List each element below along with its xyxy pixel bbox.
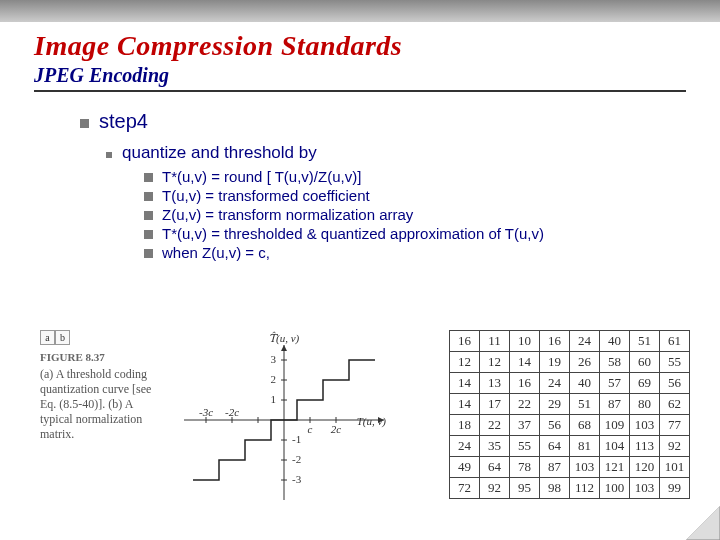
matrix-cell: 112 bbox=[570, 478, 600, 499]
bullet-text: T*(u,v) = thresholded & quantized approx… bbox=[162, 225, 544, 242]
figure-box-a: a bbox=[40, 330, 55, 345]
matrix-cell: 58 bbox=[600, 352, 630, 373]
matrix-cell: 55 bbox=[510, 436, 540, 457]
matrix-cell: 16 bbox=[540, 331, 570, 352]
matrix-cell: 72 bbox=[450, 478, 480, 499]
matrix-cell: 24 bbox=[450, 436, 480, 457]
matrix-cell: 68 bbox=[570, 415, 600, 436]
matrix-cell: 10 bbox=[510, 331, 540, 352]
bullet-text: T*(u,v) = round [ T(u,v)/Z(u,v)] bbox=[162, 168, 361, 185]
matrix-cell: 37 bbox=[510, 415, 540, 436]
figure-caption: (a) A threshold coding quantization curv… bbox=[40, 367, 164, 442]
figure-caption-block: a b FIGURE 8.37 (a) A threshold coding q… bbox=[40, 330, 164, 510]
slide-body: step4 quantize and threshold by T*(u,v) … bbox=[34, 92, 686, 262]
bullet-text: Z(u,v) = transform normalization array bbox=[162, 206, 413, 223]
xtick: -2c bbox=[225, 406, 239, 418]
bullet-level3: T*(u,v) = thresholded & quantized approx… bbox=[144, 224, 686, 243]
slide-content: Image Compression Standards JPEG Encodin… bbox=[0, 22, 720, 262]
matrix-cell: 64 bbox=[540, 436, 570, 457]
matrix-wrap: 1611101624405161121214192658605514131624… bbox=[404, 330, 690, 510]
bullet-square-icon bbox=[144, 249, 153, 258]
matrix-cell: 121 bbox=[600, 457, 630, 478]
xtick: 2c bbox=[331, 423, 342, 435]
figure-label: FIGURE 8.37 bbox=[40, 351, 164, 365]
matrix-cell: 98 bbox=[540, 478, 570, 499]
table-row: 1611101624405161 bbox=[450, 331, 690, 352]
matrix-cell: 95 bbox=[510, 478, 540, 499]
matrix-cell: 49 bbox=[450, 457, 480, 478]
matrix-cell: 16 bbox=[450, 331, 480, 352]
table-row: 49647887103121120101 bbox=[450, 457, 690, 478]
matrix-cell: 14 bbox=[450, 373, 480, 394]
bullet-square-icon bbox=[144, 230, 153, 239]
matrix-cell: 18 bbox=[450, 415, 480, 436]
matrix-cell: 103 bbox=[570, 457, 600, 478]
bullet-square-icon bbox=[144, 192, 153, 201]
matrix-cell: 14 bbox=[510, 352, 540, 373]
matrix-cell: 26 bbox=[570, 352, 600, 373]
svg-marker-3 bbox=[281, 345, 287, 351]
ytick: 2 bbox=[271, 373, 277, 385]
table-row: 182237566810910377 bbox=[450, 415, 690, 436]
xtick: -3c bbox=[199, 406, 213, 418]
matrix-cell: 35 bbox=[480, 436, 510, 457]
table-row: 7292959811210010399 bbox=[450, 478, 690, 499]
bullet-square-small-icon bbox=[106, 152, 112, 158]
matrix-cell: 109 bbox=[600, 415, 630, 436]
table-row: 1417222951878062 bbox=[450, 394, 690, 415]
matrix-cell: 19 bbox=[540, 352, 570, 373]
bullet-level3: when Z(u,v) = c, bbox=[144, 243, 686, 262]
table-row: 1212141926586055 bbox=[450, 352, 690, 373]
matrix-cell: 62 bbox=[660, 394, 690, 415]
matrix-cell: 103 bbox=[630, 415, 660, 436]
normalization-matrix: 1611101624405161121214192658605514131624… bbox=[449, 330, 690, 499]
table-row: 243555648110411392 bbox=[450, 436, 690, 457]
bullet-level3-group: T*(u,v) = round [ T(u,v)/Z(u,v)] T(u,v) … bbox=[80, 163, 686, 262]
matrix-cell: 92 bbox=[480, 478, 510, 499]
ytick: -2 bbox=[292, 453, 301, 465]
matrix-cell: 69 bbox=[630, 373, 660, 394]
matrix-cell: 22 bbox=[480, 415, 510, 436]
matrix-cell: 22 bbox=[510, 394, 540, 415]
matrix-cell: 14 bbox=[450, 394, 480, 415]
sub1-label: quantize and threshold by bbox=[122, 143, 317, 163]
slide-title: Image Compression Standards bbox=[34, 30, 686, 62]
matrix-cell: 24 bbox=[540, 373, 570, 394]
table-row: 1413162440576956 bbox=[450, 373, 690, 394]
matrix-cell: 56 bbox=[660, 373, 690, 394]
step-label: step4 bbox=[99, 110, 148, 133]
matrix-cell: 57 bbox=[600, 373, 630, 394]
matrix-cell: 29 bbox=[540, 394, 570, 415]
bullet-level2: quantize and threshold by bbox=[80, 133, 686, 163]
bullet-level1: step4 bbox=[80, 110, 686, 133]
matrix-cell: 51 bbox=[630, 331, 660, 352]
matrix-cell: 64 bbox=[480, 457, 510, 478]
matrix-cell: 101 bbox=[660, 457, 690, 478]
matrix-cell: 24 bbox=[570, 331, 600, 352]
ytick: 1 bbox=[271, 393, 277, 405]
matrix-cell: 55 bbox=[660, 352, 690, 373]
figure-box-b: b bbox=[55, 330, 70, 345]
matrix-cell: 100 bbox=[600, 478, 630, 499]
page-corner-fold-icon bbox=[687, 507, 720, 540]
matrix-cell: 103 bbox=[630, 478, 660, 499]
window-topbar bbox=[0, 0, 720, 22]
matrix-cell: 56 bbox=[540, 415, 570, 436]
matrix-cell: 17 bbox=[480, 394, 510, 415]
matrix-cell: 80 bbox=[630, 394, 660, 415]
ytick: -1 bbox=[292, 433, 301, 445]
matrix-cell: 113 bbox=[630, 436, 660, 457]
plot-svg: T̂(u, v) T(u, v) 1 2 3 -1 -2 -3 c 2c bbox=[164, 330, 404, 510]
slide-subtitle: JPEG Encoding bbox=[34, 64, 686, 87]
matrix-cell: 120 bbox=[630, 457, 660, 478]
matrix-cell: 60 bbox=[630, 352, 660, 373]
ytick: 3 bbox=[271, 353, 277, 365]
matrix-cell: 40 bbox=[570, 373, 600, 394]
matrix-cell: 78 bbox=[510, 457, 540, 478]
quantization-plot: T̂(u, v) T(u, v) 1 2 3 -1 -2 -3 c 2c bbox=[164, 330, 404, 510]
figure-ab-boxes: a b bbox=[40, 330, 164, 345]
matrix-cell: 81 bbox=[570, 436, 600, 457]
matrix-cell: 16 bbox=[510, 373, 540, 394]
bullet-level3: T*(u,v) = round [ T(u,v)/Z(u,v)] bbox=[144, 167, 686, 186]
figure-row: a b FIGURE 8.37 (a) A threshold coding q… bbox=[40, 330, 690, 510]
